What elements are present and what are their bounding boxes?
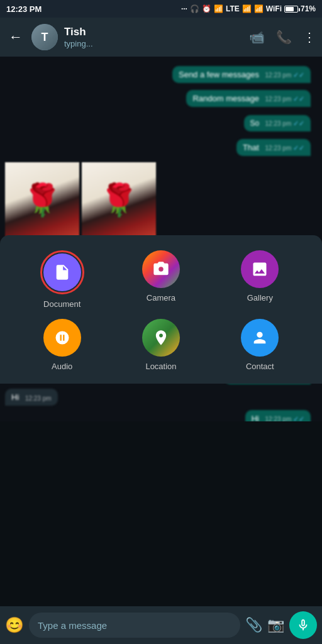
document-highlight (40, 250, 84, 294)
attach-item-location[interactable]: Location (142, 319, 180, 371)
avatar[interactable]: T (31, 24, 58, 50)
attach-item-audio[interactable]: Audio (43, 319, 81, 371)
camera-icon (152, 260, 170, 278)
attach-item-document[interactable]: Document (40, 250, 84, 309)
header-actions: 📹 📞 ⋮ (249, 30, 316, 45)
contact-status: typing... (64, 39, 243, 48)
list-item: Send a few messages 12:23 pm ✓✓ (172, 66, 311, 83)
table-row: Send a few messages 12:23 pm ✓✓ (5, 64, 317, 86)
gallery-label: Gallery (247, 293, 273, 303)
list-item: Random message 12:23 pm ✓✓ (186, 90, 311, 107)
contact-name: Tish (64, 26, 243, 38)
camera-circle (142, 250, 180, 288)
attach-grid: Document Camera Gallery (13, 250, 309, 371)
chat-header: ← T Tish typing... 📹 📞 ⋮ (0, 18, 322, 57)
audio-circle (43, 319, 81, 357)
video-call-button[interactable]: 📹 (249, 30, 265, 45)
battery-icon (284, 6, 298, 13)
contact-circle (241, 319, 279, 357)
location-label: Location (145, 362, 176, 371)
list-item: So 12:23 pm ✓✓ (244, 115, 311, 131)
attach-panel: Document Camera Gallery (0, 235, 322, 384)
attach-item-camera[interactable]: Camera (142, 250, 180, 309)
contact-info: Tish typing... (64, 26, 243, 48)
emoji-button[interactable]: 😊 (5, 616, 24, 634)
gallery-circle (241, 250, 279, 288)
camera-label: Camera (147, 293, 175, 303)
chat-area: Send a few messages 12:23 pm ✓✓ Random m… (0, 57, 322, 421)
image-cell (5, 162, 79, 238)
voice-call-button[interactable]: 📞 (276, 30, 292, 45)
camera-button[interactable]: 📷 (267, 617, 284, 633)
document-circle (43, 253, 81, 291)
image-cell (82, 162, 156, 238)
attach-button[interactable]: 📎 (245, 617, 262, 633)
input-bar: 😊 📎 📷 (0, 606, 322, 644)
status-icons: ··· 🎧 ⏰ 📶 LTE 📶 📶 WiFi 71% (181, 4, 316, 13)
table-row: Hi 12:23 pm (5, 389, 317, 406)
gallery-icon (251, 260, 269, 278)
mic-button[interactable] (289, 611, 317, 639)
list-item: That 12:23 pm ✓✓ (236, 139, 311, 156)
location-circle (142, 319, 180, 357)
list-item: Hi 12:23 pm (5, 389, 58, 406)
message-input[interactable] (29, 613, 240, 638)
contact-icon (251, 329, 269, 347)
audio-label: Audio (52, 362, 72, 371)
mic-icon (296, 618, 310, 632)
menu-button[interactable]: ⋮ (303, 30, 316, 45)
document-icon (53, 264, 71, 281)
audio-icon (53, 329, 71, 347)
table-row: Random message 12:23 pm ✓✓ (5, 87, 317, 109)
back-button[interactable]: ← (6, 26, 25, 48)
status-bar: 12:23 PM ··· 🎧 ⏰ 📶 LTE 📶 📶 WiFi 71% (0, 0, 322, 18)
attach-item-gallery[interactable]: Gallery (241, 250, 279, 309)
status-time: 12:23 PM (6, 4, 42, 14)
location-icon (152, 329, 170, 347)
contact-label: Contact (246, 362, 274, 371)
attach-item-contact[interactable]: Contact (241, 319, 279, 371)
table-row: Hi 12:23 pm ✓✓ (5, 408, 317, 421)
list-item: Hi 12:23 pm ✓✓ (245, 410, 311, 421)
document-label: Document (43, 299, 80, 309)
